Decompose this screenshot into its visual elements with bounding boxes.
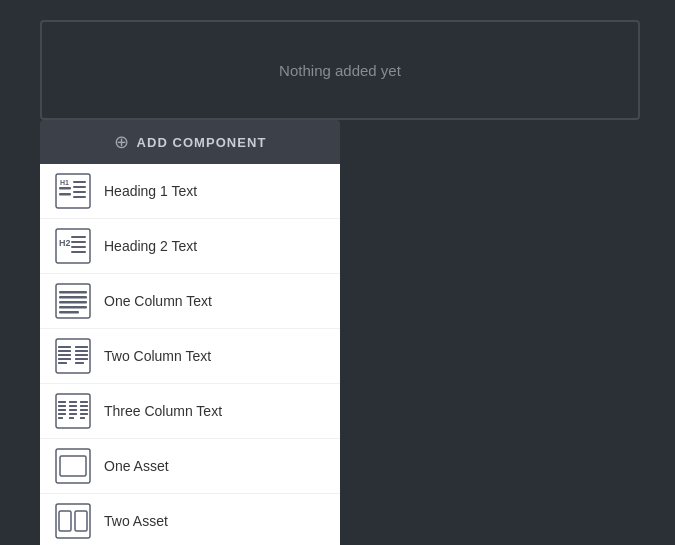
menu-item-three-column-label: Three Column Text bbox=[104, 403, 222, 419]
svg-rect-19 bbox=[59, 311, 79, 314]
svg-rect-25 bbox=[58, 362, 67, 364]
menu-item-two-column-label: Two Column Text bbox=[104, 348, 211, 364]
menu-item-two-asset[interactable]: Two Asset bbox=[40, 494, 340, 545]
svg-rect-47 bbox=[56, 449, 90, 483]
svg-rect-45 bbox=[80, 413, 88, 415]
add-component-button[interactable]: ⊕ ADD COMPONENT bbox=[40, 120, 340, 164]
svg-rect-36 bbox=[58, 417, 63, 419]
svg-rect-33 bbox=[58, 405, 66, 407]
empty-area: Nothing added yet bbox=[40, 20, 640, 120]
menu-item-heading2[interactable]: H2 Heading 2 Text bbox=[40, 219, 340, 274]
svg-rect-5 bbox=[73, 191, 86, 193]
svg-rect-16 bbox=[59, 296, 87, 299]
menu-item-one-asset[interactable]: One Asset bbox=[40, 439, 340, 494]
main-container: Nothing added yet ⊕ ADD COMPONENT H1 Hea… bbox=[0, 0, 675, 545]
menu-item-one-column-label: One Column Text bbox=[104, 293, 212, 309]
svg-rect-26 bbox=[75, 346, 88, 348]
svg-rect-17 bbox=[59, 301, 87, 304]
menu-item-one-column[interactable]: One Column Text bbox=[40, 274, 340, 329]
svg-rect-46 bbox=[80, 417, 85, 419]
svg-rect-39 bbox=[69, 409, 77, 411]
component-dropdown-menu: H1 Heading 1 Text H2 Heading 2 Text bbox=[40, 164, 340, 545]
two-asset-icon bbox=[54, 502, 92, 540]
two-column-icon bbox=[54, 337, 92, 375]
menu-item-heading1[interactable]: H1 Heading 1 Text bbox=[40, 164, 340, 219]
svg-rect-42 bbox=[80, 401, 88, 403]
menu-item-heading2-label: Heading 2 Text bbox=[104, 238, 197, 254]
svg-rect-11 bbox=[71, 241, 86, 243]
svg-rect-38 bbox=[69, 405, 77, 407]
svg-rect-51 bbox=[75, 511, 87, 531]
svg-rect-28 bbox=[75, 354, 88, 356]
heading2-icon: H2 bbox=[54, 227, 92, 265]
three-column-icon bbox=[54, 392, 92, 430]
svg-rect-41 bbox=[69, 417, 74, 419]
empty-placeholder: Nothing added yet bbox=[279, 62, 401, 79]
svg-text:H2: H2 bbox=[59, 238, 71, 248]
svg-rect-40 bbox=[69, 413, 77, 415]
menu-item-two-column[interactable]: Two Column Text bbox=[40, 329, 340, 384]
svg-rect-32 bbox=[58, 401, 66, 403]
svg-rect-34 bbox=[58, 409, 66, 411]
svg-rect-24 bbox=[58, 358, 71, 360]
svg-rect-35 bbox=[58, 413, 66, 415]
svg-rect-49 bbox=[56, 504, 90, 538]
svg-rect-18 bbox=[59, 306, 87, 309]
svg-text:H1: H1 bbox=[60, 179, 69, 186]
svg-rect-37 bbox=[69, 401, 77, 403]
svg-rect-12 bbox=[71, 246, 86, 248]
svg-rect-4 bbox=[73, 186, 86, 188]
svg-rect-15 bbox=[59, 291, 87, 294]
svg-rect-48 bbox=[60, 456, 86, 476]
svg-rect-6 bbox=[73, 196, 86, 198]
one-asset-icon bbox=[54, 447, 92, 485]
menu-item-two-asset-label: Two Asset bbox=[104, 513, 168, 529]
one-column-icon bbox=[54, 282, 92, 320]
menu-item-three-column[interactable]: Three Column Text bbox=[40, 384, 340, 439]
svg-rect-2 bbox=[59, 193, 71, 196]
svg-rect-44 bbox=[80, 409, 88, 411]
add-component-label: ADD COMPONENT bbox=[137, 135, 267, 150]
svg-rect-21 bbox=[58, 346, 71, 348]
svg-rect-10 bbox=[71, 236, 86, 238]
svg-rect-29 bbox=[75, 358, 88, 360]
svg-rect-13 bbox=[71, 251, 86, 253]
plus-icon: ⊕ bbox=[114, 133, 129, 151]
svg-rect-27 bbox=[75, 350, 88, 352]
menu-item-heading1-label: Heading 1 Text bbox=[104, 183, 197, 199]
svg-rect-3 bbox=[73, 181, 86, 183]
menu-item-one-asset-label: One Asset bbox=[104, 458, 169, 474]
svg-rect-23 bbox=[58, 354, 71, 356]
svg-rect-50 bbox=[59, 511, 71, 531]
svg-rect-22 bbox=[58, 350, 71, 352]
svg-rect-30 bbox=[75, 362, 84, 364]
heading1-icon: H1 bbox=[54, 172, 92, 210]
svg-rect-1 bbox=[59, 187, 71, 190]
svg-rect-43 bbox=[80, 405, 88, 407]
